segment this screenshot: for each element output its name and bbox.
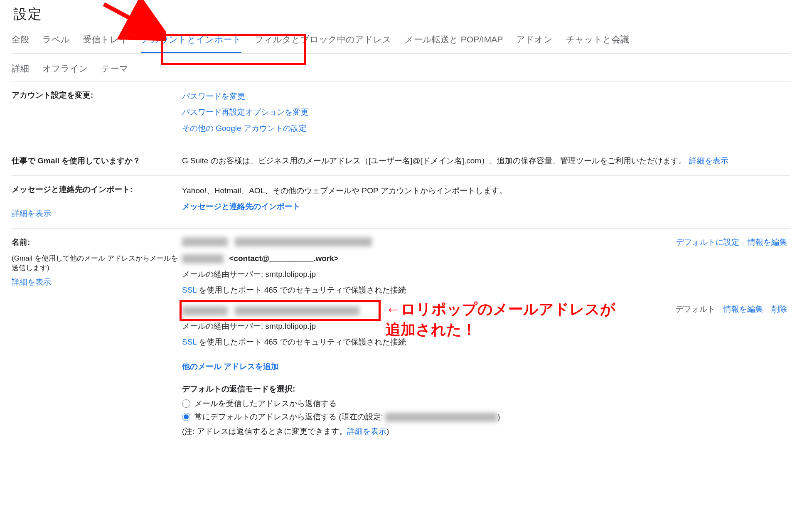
sendas-ssl-rest-2: を使用したポート 465 でのセキュリティで保護された接続: [197, 286, 406, 294]
link-change-password[interactable]: パスワードを変更: [182, 92, 245, 101]
link-change-recovery[interactable]: パスワード再設定オプションを変更: [182, 108, 308, 116]
link-edit-info-1[interactable]: 情報を編集: [748, 237, 787, 248]
reply-mode-option-received[interactable]: メールを受信したアドレスから返信する: [182, 398, 790, 409]
reply-mode-heading: デフォルトの返信モードを選択:: [182, 382, 790, 396]
gsuite-description: G Suite のお客様は、ビジネス用のメールアドレス（[ユーザー名]@[ドメイ…: [182, 156, 686, 165]
tab-general[interactable]: 全般: [12, 34, 29, 53]
label-gsuite: 仕事で Gmail を使用していますか？: [12, 156, 140, 165]
redacted-name-1: [182, 237, 228, 246]
reply-mode-option-default-label-post: ): [497, 412, 500, 421]
sendas-address-2: <contact@__________.work>: [229, 254, 339, 263]
tab-chat-meet[interactable]: チャットと会議: [566, 34, 629, 53]
label-change-account: アカウント設定を変更:: [12, 91, 93, 99]
sendas-row-2: <contact@__________.work> メールの経由サーバー: sm…: [182, 252, 790, 300]
reply-mode-option-default[interactable]: 常にデフォルトのアドレスから返信する (現在の設定: ): [182, 411, 790, 422]
sendas-ssl-rest-3: を使用したポート 465 でのセキュリティで保護された接続: [197, 337, 406, 346]
redacted-default-address: [385, 413, 497, 422]
redacted-name-3: [182, 306, 228, 315]
sendas-row-1: デフォルトに設定 情報を編集: [182, 237, 790, 248]
section-change-account-settings: アカウント設定を変更: パスワードを変更 パスワード再設定オプションを変更 その…: [12, 81, 790, 147]
link-ssl-3[interactable]: SSL: [182, 337, 197, 346]
link-gsuite-learnmore[interactable]: 詳細を表示: [689, 156, 728, 165]
default-badge: デフォルト: [676, 304, 715, 315]
link-reply-mode-learnmore[interactable]: 詳細を表示: [347, 427, 386, 436]
tab-filters-blocked[interactable]: フィルタとブロック中のアドレス: [255, 34, 391, 53]
redacted-name-2: [182, 254, 224, 264]
link-add-another-address[interactable]: 他のメール アドレスを追加: [182, 362, 279, 371]
sendas-server-2: メールの経由サーバー: smtp.lolipop.jp: [182, 268, 649, 281]
tab-addons[interactable]: アドオン: [516, 34, 553, 53]
link-set-default-1[interactable]: デフォルトに設定: [676, 237, 739, 248]
section-import: メッセージと連絡先のインポート: 詳細を表示 Yahoo!、Hotmail、AO…: [12, 176, 790, 229]
reply-mode-radio-received[interactable]: [182, 399, 190, 408]
reply-mode-radio-default[interactable]: [182, 413, 190, 421]
settings-tabs-row-2: 詳細 オフライン テーマ: [12, 63, 790, 81]
tab-offline[interactable]: オフライン: [42, 63, 88, 81]
tab-forwarding-popimap[interactable]: メール転送と POP/IMAP: [405, 34, 503, 53]
link-import-learnmore[interactable]: 詳細を表示: [12, 209, 51, 218]
settings-tabs-row-1: 全般 ラベル 受信トレイ アカウントとインポート フィルタとブロック中のアドレス…: [12, 34, 790, 54]
label-name: 名前:: [12, 237, 182, 248]
link-other-google-settings[interactable]: その他の Google アカウントの設定: [182, 124, 307, 133]
import-description: Yahoo!、Hotmail、AOL、その他のウェブメールや POP アカウント…: [182, 184, 790, 197]
section-send-mail-as: 名前: (Gmail を使用して他のメール アドレスからメールを送信します) 詳…: [12, 229, 790, 450]
link-names-learnmore[interactable]: 詳細を表示: [12, 278, 51, 286]
sendas-row-3: メールの経由サーバー: smtp.lolipop.jp SSL を使用したポート…: [182, 304, 790, 352]
tab-labels[interactable]: ラベル: [42, 34, 70, 53]
page-title: 設定: [12, 5, 790, 24]
link-edit-info-3[interactable]: 情報を編集: [723, 304, 763, 315]
reply-mode-option-received-label: メールを受信したアドレスから返信する: [194, 398, 337, 409]
label-name-sub: (Gmail を使用して他のメール アドレスからメールを送信します): [12, 254, 182, 273]
section-gsuite: 仕事で Gmail を使用していますか？ G Suite のお客様は、ビジネス用…: [12, 147, 790, 176]
tab-accounts-import[interactable]: アカウントとインポート: [141, 34, 241, 53]
tab-advanced[interactable]: 詳細: [12, 63, 29, 81]
link-ssl-2[interactable]: SSL: [182, 286, 197, 294]
reply-mode-note-post: ): [386, 427, 389, 436]
tab-inbox[interactable]: 受信トレイ: [83, 34, 128, 53]
tab-themes[interactable]: テーマ: [101, 63, 128, 81]
link-import-messages-contacts[interactable]: メッセージと連絡先のインポート: [182, 202, 300, 211]
redacted-email-3: [235, 306, 359, 315]
redacted-email-1: [235, 237, 372, 246]
link-delete-3[interactable]: 削除: [771, 304, 787, 315]
reply-mode-note-pre: (注: アドレスは返信するときに変更できます。: [182, 427, 347, 436]
reply-mode-option-default-label-pre: 常にデフォルトのアドレスから返信する (現在の設定:: [194, 412, 385, 421]
sendas-server-3: メールの経由サーバー: smtp.lolipop.jp: [182, 320, 649, 333]
label-import: メッセージと連絡先のインポート:: [12, 184, 182, 195]
